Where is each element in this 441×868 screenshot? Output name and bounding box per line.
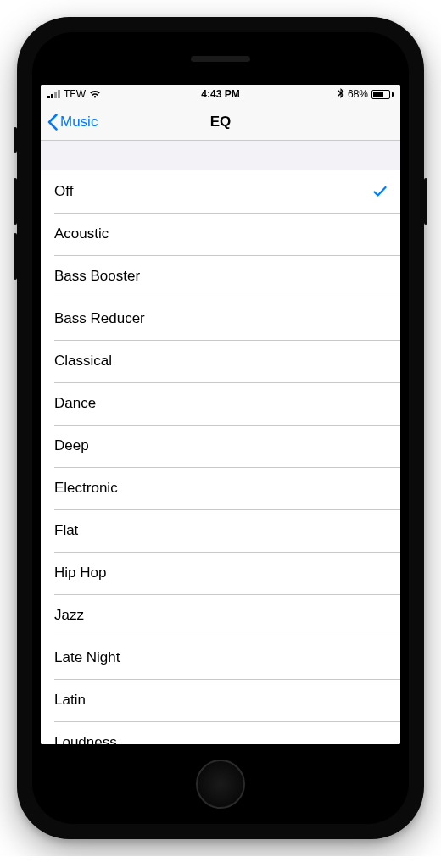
- eq-option-label: Bass Reducer: [54, 310, 145, 327]
- eq-option-row[interactable]: Acoustic: [41, 213, 400, 255]
- speaker-grille: [191, 56, 250, 62]
- eq-option-label: Electronic: [54, 480, 118, 497]
- eq-option-row[interactable]: Late Night: [41, 637, 400, 679]
- phone-frame: TFW 4:43 PM 68%: [17, 17, 424, 839]
- eq-option-row[interactable]: Bass Reducer: [41, 298, 400, 340]
- volume-down-button[interactable]: [14, 233, 17, 280]
- eq-option-label: Jazz: [54, 607, 84, 624]
- volume-up-button[interactable]: [14, 178, 17, 225]
- eq-option-label: Late Night: [54, 649, 120, 666]
- eq-option-row[interactable]: Deep: [41, 425, 400, 467]
- eq-option-label: Acoustic: [54, 225, 109, 242]
- eq-option-row[interactable]: Electronic: [41, 467, 400, 509]
- wifi-icon: [89, 90, 101, 98]
- eq-option-row[interactable]: Dance: [41, 382, 400, 425]
- status-right: 68%: [338, 88, 394, 101]
- eq-option-label: Dance: [54, 395, 96, 412]
- eq-option-row[interactable]: Loudness: [41, 721, 400, 744]
- eq-option-row[interactable]: Latin: [41, 679, 400, 721]
- battery-percent: 68%: [348, 88, 368, 100]
- eq-option-row[interactable]: Hip Hop: [41, 552, 400, 594]
- chevron-left-icon: [47, 114, 58, 131]
- eq-option-label: Flat: [54, 522, 78, 539]
- back-button[interactable]: Music: [47, 114, 98, 131]
- clock: 4:43 PM: [201, 88, 239, 100]
- eq-option-label: Loudness: [54, 734, 117, 744]
- back-label: Music: [60, 114, 98, 131]
- phone-bezel: TFW 4:43 PM 68%: [32, 32, 409, 824]
- eq-option-row[interactable]: Classical: [41, 340, 400, 382]
- eq-option-label: Off: [54, 183, 73, 200]
- eq-option-row[interactable]: Flat: [41, 509, 400, 552]
- eq-option-label: Deep: [54, 437, 89, 454]
- eq-option-label: Latin: [54, 692, 86, 709]
- battery-icon: [371, 90, 394, 99]
- signal-icon: [47, 90, 60, 98]
- checkmark-icon: [373, 186, 387, 198]
- screen: TFW 4:43 PM 68%: [41, 85, 400, 744]
- eq-option-row[interactable]: Off: [41, 170, 400, 213]
- mute-switch[interactable]: [14, 127, 17, 153]
- eq-options-list: OffAcousticBass BoosterBass ReducerClass…: [41, 170, 400, 744]
- eq-option-label: Classical: [54, 353, 112, 370]
- status-left: TFW: [47, 88, 101, 100]
- eq-option-label: Bass Booster: [54, 268, 140, 285]
- section-header-spacer: [41, 141, 400, 170]
- eq-option-row[interactable]: Jazz: [41, 594, 400, 637]
- nav-bar: Music EQ: [41, 103, 400, 141]
- eq-option-label: Hip Hop: [54, 565, 106, 581]
- status-bar: TFW 4:43 PM 68%: [41, 85, 400, 103]
- eq-option-row[interactable]: Bass Booster: [41, 255, 400, 298]
- power-button[interactable]: [424, 178, 427, 225]
- home-button[interactable]: [196, 760, 245, 809]
- bluetooth-icon: [338, 88, 344, 101]
- page-title: EQ: [210, 114, 232, 131]
- carrier-label: TFW: [64, 88, 86, 100]
